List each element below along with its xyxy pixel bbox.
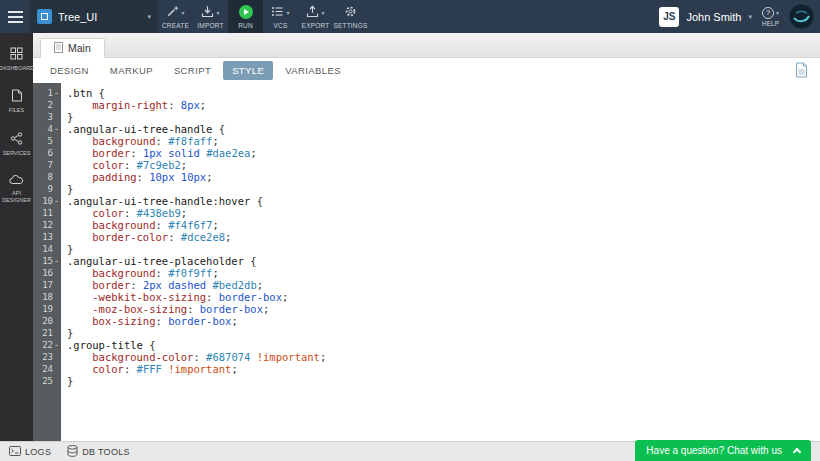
export-icon — [306, 5, 319, 19]
code-line[interactable]: } — [67, 327, 820, 339]
editor-subtabs: DESIGN MARKUP SCRIPT STYLE VARIABLES — [33, 58, 820, 83]
db-tools-button[interactable]: DB TOOLS — [67, 445, 130, 459]
hamburger-menu-icon[interactable] — [0, 0, 30, 33]
import-icon — [201, 5, 214, 19]
gutter-line[interactable]: 13 — [33, 231, 61, 243]
chevron-down-icon: ▾ — [216, 9, 219, 16]
gutter-line[interactable]: 25 — [33, 375, 61, 387]
chevron-down-icon: ▾ — [321, 9, 324, 16]
gutter-line[interactable]: 9 — [33, 183, 61, 195]
brand-logo-icon[interactable] — [789, 4, 814, 29]
gutter-line[interactable]: 22- — [33, 339, 61, 351]
gutter-line[interactable]: 3 — [33, 111, 61, 123]
logs-label: LOGS — [25, 447, 51, 457]
editor-gutter[interactable]: 1-234-5678910-1112131415-16171819202122-… — [33, 83, 61, 441]
gutter-line[interactable]: 18 — [33, 291, 61, 303]
sidebar-item-api-designer[interactable]: API DESIGNER — [0, 174, 33, 204]
format-document-icon[interactable] — [795, 62, 808, 82]
gutter-line[interactable]: 20 — [33, 315, 61, 327]
code-line[interactable]: } — [67, 375, 820, 387]
gutter-line[interactable]: 11 — [33, 207, 61, 219]
question-icon: ? — [762, 7, 774, 19]
gutter-line[interactable]: 1- — [33, 87, 61, 99]
export-button[interactable]: ▾ EXPORT — [298, 0, 333, 33]
code-line[interactable]: border: 2px dashed #bed2db; — [67, 279, 820, 291]
chat-label: Have a question? Chat with us — [646, 445, 782, 456]
run-button[interactable]: RUN — [228, 0, 263, 33]
subtab-style[interactable]: STYLE — [223, 61, 273, 80]
sidebar-item-label: SERVICES — [3, 150, 31, 157]
code-line[interactable]: } — [67, 183, 820, 195]
subtab-design[interactable]: DESIGN — [41, 61, 98, 80]
subtab-script[interactable]: SCRIPT — [165, 61, 220, 80]
code-line[interactable]: } — [67, 243, 820, 255]
code-line[interactable]: .angular-ui-tree-placeholder { — [67, 255, 820, 267]
app-window: Tree_UI ▾ ▾ CREATE ▾ — [0, 0, 820, 461]
chevron-down-icon: ▾ — [181, 9, 184, 16]
import-button[interactable]: ▾ IMPORT — [193, 0, 228, 33]
code-line[interactable]: -moz-box-sizing: border-box; — [67, 303, 820, 315]
create-label: CREATE — [162, 22, 189, 29]
sidebar-item-services[interactable]: SERVICES — [0, 132, 33, 157]
logs-button[interactable]: LOGS — [9, 446, 51, 458]
user-menu-chevron-icon[interactable]: ▾ — [748, 13, 752, 21]
code-line[interactable]: .btn { — [67, 87, 820, 99]
api-designer-icon — [9, 174, 24, 187]
code-line[interactable]: } — [67, 111, 820, 123]
vcs-list-icon — [271, 5, 284, 19]
gutter-line[interactable]: 7 — [33, 159, 61, 171]
gutter-line[interactable]: 14 — [33, 243, 61, 255]
code-line[interactable]: box-sizing: border-box; — [67, 315, 820, 327]
code-line[interactable]: color: #438eb9; — [67, 207, 820, 219]
code-line[interactable]: .group-title { — [67, 339, 820, 351]
gutter-line[interactable]: 19 — [33, 303, 61, 315]
gutter-line[interactable]: 2 — [33, 99, 61, 111]
code-line[interactable]: .angular-ui-tree-handle { — [67, 123, 820, 135]
gutter-line[interactable]: 15- — [33, 255, 61, 267]
main-area: Main DESIGN MARKUP SCRIPT STYLE VARIABLE… — [33, 33, 820, 441]
gutter-line[interactable]: 12 — [33, 219, 61, 231]
code-line[interactable]: color: #7c9eb2; — [67, 159, 820, 171]
code-line[interactable]: background: #f8faff; — [67, 135, 820, 147]
subtab-markup[interactable]: MARKUP — [101, 61, 162, 80]
user-zone: JS John Smith ▾ ? ▾ HELP — [659, 0, 820, 33]
gutter-line[interactable]: 5 — [33, 135, 61, 147]
code-line[interactable]: .angular-ui-tree-handle:hover { — [67, 195, 820, 207]
gutter-line[interactable]: 24 — [33, 363, 61, 375]
fold-toggle-icon: - — [53, 340, 60, 350]
gutter-line[interactable]: 21 — [33, 327, 61, 339]
code-editor[interactable]: .btn { margin-right: 8px;}.angular-ui-tr… — [61, 83, 820, 441]
gutter-line[interactable]: 23 — [33, 351, 61, 363]
chevron-down-icon: ▾ — [776, 9, 779, 16]
project-selector[interactable]: Tree_UI ▾ — [30, 0, 158, 33]
sidebar-item-dashboard[interactable]: DASHBOARD — [0, 47, 33, 72]
gutter-line[interactable]: 8 — [33, 171, 61, 183]
vcs-button[interactable]: ▾ VCS — [263, 0, 298, 33]
tab-strip: Main — [33, 33, 820, 58]
chat-widget-button[interactable]: Have a question? Chat with us — [635, 440, 811, 461]
user-avatar[interactable]: JS — [659, 7, 679, 27]
code-line[interactable]: -webkit-box-sizing: border-box; — [67, 291, 820, 303]
subtab-variables[interactable]: VARIABLES — [276, 61, 350, 80]
code-line[interactable]: background: #f0f9ff; — [67, 267, 820, 279]
code-line[interactable]: margin-right: 8px; — [67, 99, 820, 111]
code-line[interactable]: background-color: #687074 !important; — [67, 351, 820, 363]
gutter-line[interactable]: 17 — [33, 279, 61, 291]
gutter-line[interactable]: 16 — [33, 267, 61, 279]
gutter-line[interactable]: 10- — [33, 195, 61, 207]
sidebar-item-files[interactable]: FILES — [0, 89, 33, 114]
code-line[interactable]: background: #f4f6f7; — [67, 219, 820, 231]
gutter-line[interactable]: 4- — [33, 123, 61, 135]
chevron-down-icon: ▾ — [147, 13, 151, 21]
code-line[interactable]: border: 1px solid #dae2ea; — [67, 147, 820, 159]
code-line[interactable]: border-color: #dce2e8; — [67, 231, 820, 243]
database-icon — [67, 445, 78, 459]
settings-button[interactable]: SETTINGS — [333, 0, 368, 33]
tab-main[interactable]: Main — [40, 38, 105, 58]
chevron-down-icon: ▾ — [286, 9, 289, 16]
help-button[interactable]: ? ▾ HELP — [759, 7, 782, 27]
gutter-line[interactable]: 6 — [33, 147, 61, 159]
create-button[interactable]: ▾ CREATE — [158, 0, 193, 33]
code-line[interactable]: color: #FFF !important; — [67, 363, 820, 375]
code-line[interactable]: padding: 10px 10px; — [67, 171, 820, 183]
